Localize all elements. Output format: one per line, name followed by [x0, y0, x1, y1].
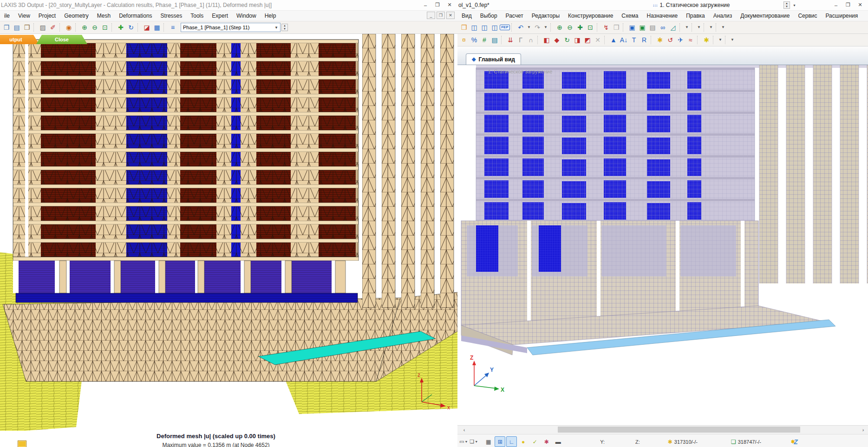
- zoom-window-icon[interactable]: ⊡: [100, 23, 110, 32]
- more-tools-icon[interactable]: ▼: [708, 23, 714, 32]
- menu-item[interactable]: Project: [34, 12, 60, 20]
- undo-menu-icon[interactable]: ▼: [526, 23, 532, 32]
- menu-item[interactable]: Конструирование: [564, 12, 617, 20]
- assign-tools-icon[interactable]: #: [480, 35, 489, 45]
- menu-item[interactable]: Expert: [208, 12, 232, 20]
- element-type-icon[interactable]: ◨: [573, 35, 582, 45]
- menu-item[interactable]: Stresses: [157, 12, 187, 20]
- expert-icon[interactable]: ▲: [609, 35, 618, 45]
- flight-view-icon[interactable]: ✈: [676, 35, 685, 45]
- sort-az-icon[interactable]: A↓: [619, 35, 628, 45]
- dome-icon[interactable]: ∩: [526, 35, 535, 45]
- scheme-lamp-icon[interactable]: ¤: [459, 35, 469, 45]
- close-button[interactable]: ✕: [854, 0, 866, 10]
- snap-flower-toggle[interactable]: ✱: [541, 436, 552, 447]
- tab-close[interactable]: Close: [36, 35, 87, 44]
- animation-icon[interactable]: ◉: [64, 23, 73, 32]
- local-axes-toggle[interactable]: ∟: [506, 436, 517, 447]
- initial-view-icon[interactable]: ↯: [601, 23, 611, 32]
- phase-spinner[interactable]: ▲ ▼: [281, 24, 288, 31]
- close-button[interactable]: ✕: [444, 0, 456, 10]
- minimize-button[interactable]: –: [419, 0, 431, 10]
- delete-icon[interactable]: ✕: [593, 35, 602, 45]
- pan-icon[interactable]: ✚: [575, 23, 585, 32]
- eraser-toggle[interactable]: ▬: [553, 436, 563, 447]
- scroll-right-icon[interactable]: ›: [859, 426, 867, 434]
- rotate-copy-icon[interactable]: ↻: [562, 35, 572, 45]
- spinner-up-icon[interactable]: ▲: [282, 24, 287, 27]
- menu-item[interactable]: Назначение: [642, 12, 682, 20]
- open-project-icon[interactable]: ❒: [459, 23, 469, 32]
- menu-item[interactable]: Редакторы: [528, 12, 564, 20]
- snap-star-icon[interactable]: ✱: [702, 35, 711, 45]
- wave-chart-icon[interactable]: ≈: [686, 35, 695, 45]
- spinner-down-icon[interactable]: ▼: [282, 27, 287, 31]
- more-tools-icon[interactable]: ▼: [696, 23, 702, 32]
- cross-section-icon[interactable]: ◪: [142, 23, 151, 32]
- montage-crane-icon[interactable]: Γ: [516, 35, 525, 45]
- snapshot-video-icon[interactable]: ▣: [638, 23, 647, 32]
- rotate-tool-icon[interactable]: ↺: [666, 35, 675, 45]
- load-marks-icon[interactable]: ⇊: [506, 35, 515, 45]
- zoom-in-icon[interactable]: ⊕: [555, 23, 564, 32]
- spinner-up-icon[interactable]: ▲: [784, 2, 790, 5]
- fragmentation-icon[interactable]: %: [470, 35, 479, 45]
- legend-icon[interactable]: ≡: [168, 23, 177, 32]
- stereo-glasses-icon[interactable]: ∞: [658, 23, 667, 32]
- tab-main-view[interactable]: ◆ Главный вид: [466, 53, 521, 65]
- set-square-icon[interactable]: ◿: [668, 23, 678, 32]
- menu-item[interactable]: Анализ: [709, 12, 737, 20]
- grid-toggle[interactable]: ▦: [483, 436, 494, 447]
- redo-icon[interactable]: ↷: [533, 23, 542, 32]
- check-toggle[interactable]: ✓: [529, 436, 540, 447]
- phase-selector[interactable]: Phase_1 [Phase_1] (Step 11) ▼: [181, 23, 281, 32]
- menu-item[interactable]: Deformations: [115, 12, 156, 20]
- copy-properties-icon[interactable]: R: [640, 35, 649, 45]
- menu-item[interactable]: Схема: [617, 12, 642, 20]
- zoom-out-icon[interactable]: ⊖: [565, 23, 574, 32]
- zoom-out-icon[interactable]: ⊖: [90, 23, 99, 32]
- menu-item[interactable]: Mesh: [93, 12, 115, 20]
- menu-item[interactable]: View: [14, 12, 34, 20]
- legend-chip-icon[interactable]: [18, 440, 26, 447]
- plaxis-3d-viewport[interactable]: z x utput Close Deformed mesh |u| (scale…: [0, 34, 457, 447]
- menu-item[interactable]: Правка: [682, 12, 709, 20]
- menu-item[interactable]: Вид: [457, 12, 476, 20]
- report-sheet-icon[interactable]: ▤: [648, 23, 657, 32]
- menu-item[interactable]: ile: [0, 12, 14, 20]
- draw-icon[interactable]: ✐: [48, 23, 58, 32]
- more-tools-icon[interactable]: ▼: [730, 35, 735, 45]
- bulb-toggle[interactable]: ●: [518, 436, 529, 447]
- scrollbar-thumb[interactable]: [558, 427, 800, 433]
- mdi-restore-button[interactable]: ❐: [437, 12, 445, 19]
- star-tool-icon[interactable]: ✱: [655, 35, 665, 45]
- menu-item[interactable]: Документирование: [736, 12, 794, 20]
- undo-icon[interactable]: ↶: [516, 23, 525, 32]
- fep-export-icon[interactable]: FEP: [500, 23, 509, 32]
- rotate-view-icon[interactable]: ↻: [126, 23, 136, 32]
- add-element-icon[interactable]: ◧: [542, 35, 551, 45]
- menu-item[interactable]: Help: [261, 12, 281, 20]
- more-tools-icon[interactable]: ▼: [684, 23, 690, 32]
- menu-item[interactable]: Window: [232, 12, 261, 20]
- maximize-button[interactable]: ❐: [431, 0, 444, 10]
- object-mode-combo[interactable]: ❏ ▼: [470, 439, 478, 445]
- maximize-button[interactable]: ❐: [842, 0, 854, 10]
- loadcase-selector[interactable]: 1. Статическое загружение: [660, 2, 730, 8]
- tab-output[interactable]: utput: [0, 35, 39, 44]
- snapshot-icon[interactable]: ▣: [627, 23, 637, 32]
- mdi-minimize-button[interactable]: _: [427, 12, 435, 19]
- menu-item[interactable]: Tools: [186, 12, 208, 20]
- horizontal-scrollbar[interactable]: ‹ ›: [457, 425, 868, 434]
- loadcase-spinner[interactable]: ▲ ▼: [783, 1, 790, 9]
- loadcase-dropdown-icon[interactable]: ▼: [793, 4, 796, 7]
- text-insert-icon[interactable]: T: [629, 35, 639, 45]
- report-icon[interactable]: ❒: [22, 23, 32, 32]
- menu-item[interactable]: Расширения: [822, 12, 862, 20]
- node-snap-toggle[interactable]: ⊞: [495, 436, 505, 447]
- more-tools-icon[interactable]: ▼: [720, 23, 726, 32]
- print-icon[interactable]: ▤: [12, 23, 21, 32]
- animation-film-icon[interactable]: ▤: [490, 35, 499, 45]
- copy-icon[interactable]: ❐: [2, 23, 11, 32]
- minimize-button[interactable]: –: [830, 0, 842, 10]
